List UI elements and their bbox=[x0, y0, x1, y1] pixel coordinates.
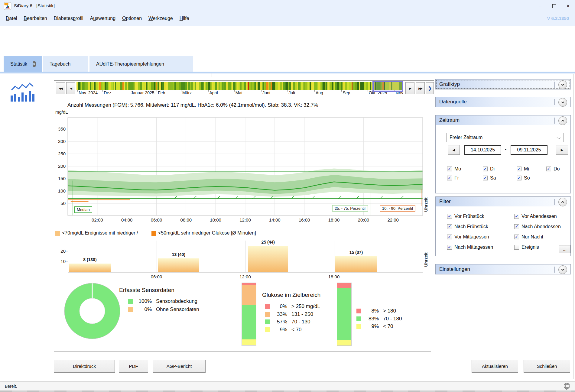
agp-x-tick: 10:00 bbox=[207, 217, 224, 222]
checkbox-checked-icon[interactable]: ✓ bbox=[483, 167, 488, 171]
tab-label: AUdiTE-Therapieempfehlungen bbox=[96, 61, 164, 67]
checkbox-label: Nach Mittagessen bbox=[454, 245, 493, 250]
checkbox-nach-fr-hst-ck[interactable]: ✓Nach Frühstück bbox=[447, 223, 514, 230]
filter-more-button[interactable]: ... bbox=[559, 245, 570, 253]
checkbox-unchecked-icon[interactable] bbox=[514, 245, 519, 250]
checkbox-checked-icon[interactable]: ✓ bbox=[447, 224, 452, 229]
aktualisieren-button[interactable]: Aktualisieren bbox=[472, 360, 518, 373]
tab-audite-therapieempfehlungen[interactable]: AUdiTE-Therapieempfehlungen bbox=[89, 56, 193, 72]
checkbox-mo[interactable]: ✓Mo bbox=[447, 166, 483, 172]
panel-header-datenquelle[interactable]: Datenquelle bbox=[435, 97, 571, 107]
panel-header-grafiktyp[interactable]: Grafiktyp bbox=[435, 79, 571, 89]
checkbox-vor-fr-hst-ck[interactable]: ✓Vor Frühstück bbox=[447, 213, 514, 219]
maximize-button[interactable] bbox=[547, 0, 561, 12]
timeline-month-label: Mai bbox=[236, 90, 242, 95]
checkbox-checked-icon[interactable]: ✓ bbox=[447, 176, 452, 180]
close-button[interactable]: ✕ bbox=[561, 0, 575, 12]
checkbox-label: Ereignis bbox=[521, 245, 539, 250]
timeline-month-label: März bbox=[182, 90, 192, 95]
panel-header-zeitraum[interactable]: Zeitraum bbox=[435, 115, 571, 125]
checkbox-checked-icon[interactable]: ✓ bbox=[514, 224, 519, 229]
date-from-field[interactable] bbox=[464, 145, 501, 155]
checkbox-sa[interactable]: ✓Sa bbox=[483, 175, 517, 181]
timeline-next-button[interactable]: ▶ bbox=[405, 82, 414, 94]
timeline-month-labels: Nov. 2024Dez.Januar 2025Feb.MärzAprilMai… bbox=[76, 90, 406, 95]
legend-pct: 9% bbox=[273, 327, 287, 333]
timeline-forward-button[interactable]: ❯ bbox=[426, 82, 434, 94]
menu-auswertung[interactable]: Auswertung bbox=[90, 16, 116, 21]
date-to-field[interactable] bbox=[511, 145, 547, 155]
checkbox-vor-mittagessen[interactable]: ✓Vor Mittagessen bbox=[447, 234, 514, 240]
date-next-button[interactable]: ▶ bbox=[556, 145, 568, 155]
statistics-logo-icon bbox=[10, 82, 36, 103]
checkbox-so[interactable]: ✓So bbox=[517, 175, 546, 181]
tab-statistik[interactable]: Statistik✕ bbox=[4, 56, 42, 72]
timeline-last-button[interactable]: ▶▶ bbox=[416, 82, 425, 94]
menu-hilfe[interactable]: Hilfe bbox=[180, 16, 189, 21]
minimize-button[interactable]: – bbox=[533, 0, 547, 12]
checkbox-checked-icon[interactable]: ✓ bbox=[514, 214, 519, 219]
timeline-month-label: April bbox=[210, 90, 218, 95]
chevron-up-icon[interactable] bbox=[558, 116, 567, 125]
date-prev-button[interactable]: ◀ bbox=[448, 145, 460, 155]
checkbox-checked-icon[interactable]: ✓ bbox=[514, 235, 519, 239]
timeline-heatmap[interactable] bbox=[76, 82, 402, 90]
low-legend-text: <50mg/dL sehr niedriger Glukose [Ø Minut… bbox=[158, 230, 256, 236]
menu-bearbeiten[interactable]: Bearbeiten bbox=[24, 16, 47, 21]
panel-title: Einstellungen bbox=[439, 266, 470, 272]
menu-werkzeuge[interactable]: Werkzeuge bbox=[148, 16, 173, 21]
agp-y-unit-label: mg/dL bbox=[55, 109, 68, 115]
chevron-down-icon[interactable] bbox=[558, 98, 567, 107]
checkbox-checked-icon[interactable]: ✓ bbox=[483, 176, 488, 180]
checkbox-checked-icon[interactable]: ✓ bbox=[447, 235, 452, 239]
tab-tagebuch[interactable]: Tagebuch bbox=[43, 56, 88, 72]
checkbox-checked-icon[interactable]: ✓ bbox=[447, 214, 452, 219]
panel-header-einstellungen[interactable]: Einstellungen bbox=[435, 264, 571, 274]
legend-swatch bbox=[265, 304, 270, 309]
tir-title: Glukose im Zielbereich bbox=[262, 292, 320, 298]
checkbox-nur-nacht[interactable]: ✓Nur Nacht bbox=[514, 234, 570, 240]
checkbox-checked-icon[interactable]: ✓ bbox=[517, 167, 521, 171]
checkbox-do[interactable]: ✓Do bbox=[546, 166, 564, 172]
chevron-down-icon[interactable] bbox=[558, 265, 567, 274]
panel-header-filter[interactable]: Filter bbox=[435, 196, 571, 207]
timeline-selection[interactable] bbox=[372, 81, 403, 92]
agp-x-tick: 18:00 bbox=[325, 217, 342, 222]
timeline-month-label: Dez. bbox=[104, 90, 112, 95]
chevron-up-icon[interactable] bbox=[558, 198, 567, 206]
menu-diabetesprofil[interactable]: Diabetesprofil bbox=[54, 16, 83, 21]
direktdruck-button[interactable]: Direktdruck bbox=[54, 360, 115, 373]
menu-datei[interactable]: Datei bbox=[6, 16, 17, 21]
chevron-down-icon[interactable] bbox=[558, 80, 567, 89]
menu-optionen[interactable]: Optionen bbox=[122, 16, 142, 21]
zeitraum-preset-select[interactable]: Freier Zeitraum bbox=[446, 133, 564, 142]
checkbox-checked-icon[interactable]: ✓ bbox=[447, 167, 452, 171]
low-events-bar-label: 25 (44) bbox=[255, 240, 282, 245]
timeline: ◀◀ ◀ Nov. 2024Dez.Januar 2025Feb.MärzApr… bbox=[54, 80, 434, 96]
low-events-y-tickmark bbox=[66, 251, 68, 251]
checkbox-fr[interactable]: ✓Fr bbox=[447, 175, 483, 181]
checkbox-label: Mo bbox=[454, 166, 461, 172]
panel-title: Datenquelle bbox=[439, 99, 467, 105]
timeline-prev-button[interactable]: ◀ bbox=[66, 82, 75, 94]
checkbox-nach-abendessen[interactable]: ✓Nach Abendessen bbox=[514, 223, 570, 230]
low-events-bar-label: 15 (37) bbox=[343, 250, 370, 255]
window-edge bbox=[573, 74, 573, 379]
checkbox-checked-icon[interactable]: ✓ bbox=[517, 176, 521, 180]
tir-segment bbox=[242, 285, 256, 305]
timeline-month-tick bbox=[341, 90, 342, 92]
checkbox-label: Di bbox=[490, 166, 495, 172]
checkbox-nach-mittagessen[interactable]: ✓Nach Mittagessen bbox=[447, 244, 514, 250]
tir-legend-row: 57%70 - 130 bbox=[265, 319, 310, 325]
pdf-button[interactable]: PDF bbox=[119, 360, 148, 373]
checkbox-di[interactable]: ✓Di bbox=[483, 166, 517, 172]
tab-close-icon[interactable]: ✕ bbox=[33, 61, 36, 67]
checkbox-mi[interactable]: ✓Mi bbox=[517, 166, 546, 172]
schlie-en-button[interactable]: Schließen bbox=[524, 360, 570, 373]
timeline-first-button[interactable]: ◀◀ bbox=[56, 82, 65, 94]
checkbox-checked-icon[interactable]: ✓ bbox=[546, 167, 551, 171]
panel-title: Grafiktyp bbox=[439, 81, 460, 87]
agp-bericht-button[interactable]: AGP-Bericht bbox=[153, 360, 206, 373]
checkbox-vor-abendessen[interactable]: ✓Vor Abendessen bbox=[514, 213, 570, 219]
checkbox-checked-icon[interactable]: ✓ bbox=[447, 245, 452, 250]
